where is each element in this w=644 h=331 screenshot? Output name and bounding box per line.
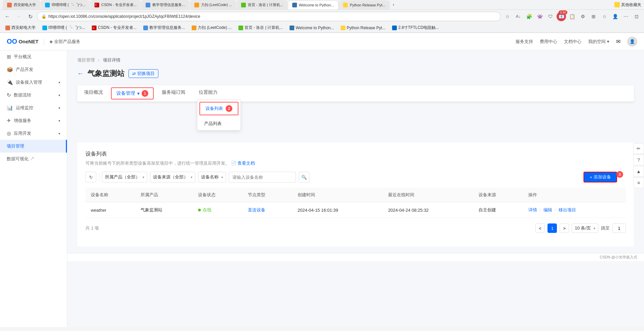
sidebar-item-project-mgmt[interactable]: 项目管理: [0, 140, 67, 153]
browser-tab-2[interactable]: 哔哩哔哩 (゜-゜)つ...: [41, 0, 90, 9]
search-input[interactable]: [229, 172, 296, 182]
source-filter-label: 设备来源（全部）: [153, 174, 188, 180]
breadcrumb-project-mgmt[interactable]: 项目管理: [77, 57, 95, 63]
nav-link-billing[interactable]: 费用中心: [540, 39, 557, 45]
product-filter-select[interactable]: 所属产品（全部） ▾: [102, 172, 147, 182]
user-avatar[interactable]: 👤: [627, 37, 637, 47]
lock-icon: 🔒: [41, 14, 46, 19]
avatar-icon: 👤: [630, 39, 635, 44]
browser-tab-active[interactable]: Welcome to Python...: [288, 0, 338, 9]
platform-icon: ⊞: [7, 54, 11, 60]
sidebar-item-platform[interactable]: ⊞ 平台概况: [0, 50, 67, 63]
browser-tab-5[interactable]: 力扣 (LeetCode) ...: [190, 0, 236, 9]
cell-device-name: weather: [85, 202, 135, 218]
alien-icon-btn[interactable]: 👾: [535, 12, 544, 21]
bookmarks-folder-label[interactable]: 其他收藏夹: [621, 2, 641, 8]
bookmark-2[interactable]: 哔哩哔哩 (゜-゜)つ...: [40, 24, 88, 31]
nav-link-docs[interactable]: 文档中心: [564, 39, 581, 45]
back-btn[interactable]: ←: [3, 12, 12, 21]
browser-tab-1[interactable]: 西安邮电大学: [3, 0, 40, 9]
browser-tabs-bar: 西安邮电大学 哔哩哔哩 (゜-゜)つ... C CSDN - 专业开发者... …: [0, 0, 644, 10]
name-filter-select[interactable]: 设备名称 ▾: [198, 172, 226, 182]
settings-btn[interactable]: ⚙: [578, 12, 588, 21]
browser-action-buttons: ☆ A↓ 🧩 👾 🛡 📧 0.90 📋 ⚙ ⊞ ☆ 👤 ⋯ ⊡: [503, 12, 641, 21]
url-bar[interactable]: 🔒 https://open.iot.10086.cn/console/appl…: [37, 12, 501, 21]
logo[interactable]: OO OneNET: [7, 38, 38, 45]
browser-tab-4[interactable]: 教学管理信息服务...: [141, 0, 189, 9]
bookmark-6[interactable]: 首页 - 洛谷 | 计算机...: [236, 24, 286, 31]
all-services-btn[interactable]: ◈ 全部产品服务: [49, 39, 80, 45]
tab-device-mgmt[interactable]: 设备管理 ▾ 1: [111, 87, 154, 99]
switch-project-btn[interactable]: ⇄ 切换项目: [128, 69, 158, 78]
bookmark-7[interactable]: Welcome to Python...: [287, 25, 337, 31]
doc-link[interactable]: 查看文档: [237, 161, 255, 166]
node-type-link[interactable]: 直连设备: [248, 207, 265, 212]
refresh-btn[interactable]: ↻: [85, 172, 96, 182]
goto-label: 跳至: [601, 225, 610, 231]
extensions-btn[interactable]: 🧩: [524, 12, 534, 21]
prev-page-btn[interactable]: <: [535, 223, 545, 233]
menu-btn[interactable]: ⋯: [621, 12, 631, 21]
bookmarks-btn[interactable]: ☆: [600, 12, 609, 21]
next-page-btn[interactable]: >: [560, 223, 569, 233]
bookmark-3[interactable]: C CSDN - 专业开发者...: [89, 24, 139, 31]
reload-btn[interactable]: ↻: [26, 12, 35, 21]
browser-tab-3[interactable]: C CSDN - 专业开发者...: [90, 0, 141, 9]
cell-node-type: 直连设备: [242, 202, 292, 218]
tab-nav: 项目概况 设备管理 ▾ 1 服务端订阅 位置能力: [77, 85, 634, 102]
tab-favicon-4: [146, 3, 150, 7]
sidebar-item-data-flow[interactable]: ↻ 数据流转 ▾: [0, 89, 67, 101]
sidebar-item-value-added[interactable]: ✈ 增值服务 ▾: [0, 114, 67, 127]
bm-label-6: 首页 - 洛谷 | 计算机...: [244, 25, 283, 31]
sidebar-item-ops[interactable]: 📊 运维监控 ▾: [0, 101, 67, 114]
goto-input[interactable]: [612, 223, 626, 233]
dropdown-product-list[interactable]: 产品列表: [197, 117, 240, 130]
float-edit-btn[interactable]: ✏: [633, 143, 644, 154]
translate-btn[interactable]: A↓: [514, 12, 523, 21]
cell-actions: 详情 / 编辑 / 移出项目: [523, 202, 626, 218]
star-btn[interactable]: ☆: [503, 12, 512, 21]
toolbar: ↻ 所属产品（全部） ▾ 设备来源（全部） ▾ 设备名称: [85, 172, 626, 182]
doc-icon: 📄: [231, 161, 238, 166]
bookmark-9[interactable]: 2.8寸TFTLCD电阻触...: [389, 24, 442, 31]
tab-service-sub[interactable]: 服务端订阅: [155, 85, 192, 102]
col-device-name: 设备名称: [85, 188, 135, 202]
sidebar-item-data-vis[interactable]: 数据可视化 ↗: [0, 153, 67, 165]
sidebar-toggle-btn[interactable]: ⊞: [589, 12, 598, 21]
tab-more-btn[interactable]: ›: [390, 1, 397, 8]
window-btn[interactable]: ⊡: [632, 12, 641, 21]
page-1-btn[interactable]: 1: [547, 223, 557, 233]
action-detail[interactable]: 详情: [528, 207, 537, 212]
dropdown-device-list[interactable]: 设备列表 2: [199, 102, 238, 115]
back-to-projects-btn[interactable]: ←: [77, 70, 83, 77]
bookmark-1[interactable]: 西安邮电大学: [3, 24, 38, 31]
shield-btn[interactable]: 🛡: [546, 12, 555, 21]
nav-my-space[interactable]: 我的空间 ▾: [588, 39, 609, 45]
browser-tab-8[interactable]: Python Release Pyt...: [339, 0, 390, 9]
profile-btn[interactable]: 👤: [610, 12, 620, 21]
tab-overview[interactable]: 项目概况: [77, 85, 110, 102]
status-online: 在线: [198, 207, 237, 213]
float-up-btn[interactable]: ▲: [633, 166, 644, 177]
action-edit[interactable]: 编辑: [543, 207, 552, 212]
bookmark-5[interactable]: 力扣 (LeetCode) ...: [189, 24, 234, 31]
annotation-badge-3: 3: [616, 171, 623, 178]
nav-link-support[interactable]: 服务支持: [516, 39, 533, 45]
forward-btn[interactable]: →: [14, 12, 24, 21]
browser-tab-6[interactable]: 首页 - 洛谷 | 计算机...: [237, 0, 288, 9]
sidebar-item-product-dev[interactable]: 📦 产品开发: [0, 63, 67, 76]
float-help-btn[interactable]: ?: [633, 155, 644, 165]
col-node-type: 节点类型: [242, 188, 292, 202]
sidebar-item-device-mgmt[interactable]: 🔌 设备接入管理 ▾: [0, 76, 67, 89]
bookmark-8[interactable]: Python Release Pyt...: [338, 25, 388, 31]
sidebar-item-app-dev[interactable]: ◎ 应用开发 ▾: [0, 127, 67, 140]
source-filter-select[interactable]: 设备来源（全部） ▾: [150, 172, 195, 182]
copy-btn[interactable]: 📋: [567, 12, 577, 21]
mail-btn[interactable]: ✉: [616, 38, 620, 45]
add-device-btn[interactable]: + 添加设备: [583, 172, 617, 182]
bookmark-4[interactable]: 教学管理信息服务...: [141, 24, 188, 31]
action-remove[interactable]: 移出项目: [559, 207, 576, 212]
search-btn[interactable]: 🔍: [299, 172, 309, 182]
page-size-select[interactable]: 10 条/页 ▾: [572, 223, 598, 233]
float-menu-btn[interactable]: ≡: [633, 177, 644, 188]
